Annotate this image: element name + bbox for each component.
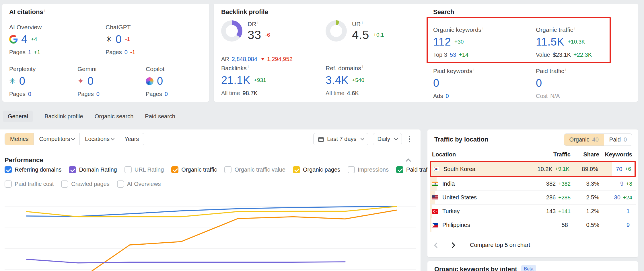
copilot-block: Copilot 0 Pages0 [146,66,203,97]
location-name[interactable]: India [442,180,455,187]
toggle-domain-rating[interactable]: Domain Rating [69,166,117,173]
tab-backlink-profile[interactable]: Backlink profile [44,111,83,122]
chevron-down-icon [361,137,364,140]
value-amount: $23.1K [553,52,571,58]
competitors-segment[interactable]: Competitors [34,133,79,145]
info-icon[interactable]: i [565,67,566,72]
info-icon[interactable]: i [482,26,483,30]
info-icon[interactable]: i [248,64,249,69]
location-name[interactable]: Turkey [442,208,460,215]
tab-paid-search[interactable]: Paid search [145,111,175,122]
tab-general[interactable]: General [3,111,33,122]
toggle-label: Organic traffic value [234,166,285,173]
toggle-label: Organic pages [303,166,340,173]
pages-value[interactable]: 1 [28,49,31,56]
toggle-paid[interactable]: Paid0 [604,134,632,146]
ar-value[interactable]: 2,848,084 [232,56,257,62]
keywords-delta: +24 [623,195,632,201]
next-page-chevron-icon[interactable] [450,242,455,248]
paid-keywords-value[interactable]: 0 [433,77,439,89]
section-divider [427,11,427,93]
keywords-value[interactable]: 70 [616,166,622,172]
table-row-philippines: Philippines 58 0.5% 9 [430,218,636,232]
ads-value[interactable]: 0 [445,93,449,99]
toggle-crawled-pages[interactable]: Crawled pages [61,180,109,188]
toggle-impressions[interactable]: Impressions [348,166,389,173]
collapse-section-chevron-icon[interactable] [406,158,411,164]
report-tabs: General Backlink profile Organic search … [3,111,175,122]
info-icon[interactable]: i [44,8,45,13]
years-segment[interactable]: Years [119,133,144,145]
toggle-organic-traffic-value[interactable]: Organic traffic value [224,166,285,173]
engine-value[interactable]: 0 [19,75,26,87]
keywords-delta: +8 [626,181,632,187]
info-icon[interactable]: i [362,20,363,25]
ur-delta: +0.1 [373,32,384,38]
flag-philippines [432,223,438,227]
engine-value[interactable]: 0 [116,33,122,46]
info-icon[interactable]: i [574,26,575,30]
backlinks-value[interactable]: 21.1K [221,74,250,87]
organic-traffic-value[interactable]: 11.5K [536,36,564,48]
info-icon[interactable]: i [257,20,258,25]
performance-chart[interactable] [2,195,418,271]
flag-united-states [432,195,438,200]
compare-top5-link[interactable]: Compare top 5 on chart [470,242,530,248]
keywords-value[interactable]: 9 [620,180,623,187]
pages-label: Pages [106,49,122,56]
ref-domains-value[interactable]: 3.4K [326,74,349,87]
down-triangle-icon [261,58,264,60]
col-share: Share [571,151,599,158]
toggle-url-rating[interactable]: URL Rating [124,166,164,173]
metric-toggles-row-2: Paid traffic cost Crawled pages AI Overv… [5,180,161,188]
pages-value[interactable]: 0 [165,91,168,97]
chart-line-domain-rating [26,259,345,263]
location-name[interactable]: Philippines [442,222,470,228]
top3-value[interactable]: 53 [450,52,456,58]
engine-label: AI Overview [9,24,95,31]
paid-traffic-value[interactable]: 0 [536,77,542,89]
competitors-label: Competitors [39,136,70,142]
backlinks-block: Backlinksi 21.1K +931 All time98.7K [221,64,316,97]
traffic-value: 382 [546,180,556,187]
toggle-label: Organic traffic [181,166,217,173]
toggle-organic[interactable]: Organic40 [564,134,604,146]
dr-block: DRi 33 -6 [221,20,270,42]
ar-delta: 1,294,952 [267,56,293,62]
keywords-value[interactable]: 30 [614,194,620,201]
backlink-search-card: Backlink profile DRi 33 -6 AR 2,848,084 … [214,4,638,102]
tab-organic-search[interactable]: Organic search [95,111,134,122]
chevron-down-icon [394,137,398,140]
info-icon[interactable]: i [362,64,363,69]
info-icon[interactable]: i [474,67,474,72]
metrics-segment[interactable]: Metrics [5,133,34,145]
traffic-delta: +9.1K [555,166,569,172]
toggle-paid-traffic-cost[interactable]: Paid traffic cost [5,180,54,188]
granularity-label: Daily [378,136,390,142]
ar-label: AR [221,56,229,62]
pages-value[interactable]: 0 [28,91,31,97]
toggle-referring-domains[interactable]: Referring domains [5,166,61,173]
locations-segment[interactable]: Locations [79,133,119,145]
paid-traffic-block: Paid traffici 0 CostN/A [536,67,633,99]
previous-page-chevron-icon[interactable] [434,242,440,248]
date-range-dropdown[interactable]: Last 7 days [313,133,368,145]
more-options-kebab-icon[interactable] [406,133,413,145]
organic-keywords-value[interactable]: 112 [433,36,451,48]
engine-value[interactable]: 0 [157,75,163,87]
granularity-dropdown[interactable]: Daily [373,133,402,145]
perplexity-block: Perplexity ✳ 0 Pages0 [9,66,72,97]
pages-value[interactable]: 0 [96,91,100,97]
engine-value[interactable]: 0 [87,75,94,87]
location-name[interactable]: South Korea [443,166,475,172]
keywords-value[interactable]: 9 [627,222,630,228]
keywords-value[interactable]: 1 [627,208,630,215]
location-name[interactable]: United States [442,194,477,201]
toggle-organic-pages[interactable]: Organic pages [293,166,340,173]
pages-value[interactable]: 0 [124,49,128,56]
engine-value[interactable]: 4 [21,33,28,46]
toggle-organic-traffic[interactable]: Organic traffic [171,166,217,173]
pages-label: Pages [146,91,162,97]
toggle-ai-overviews[interactable]: AI Overviews [117,180,161,188]
engine-delta: -1 [125,36,130,42]
